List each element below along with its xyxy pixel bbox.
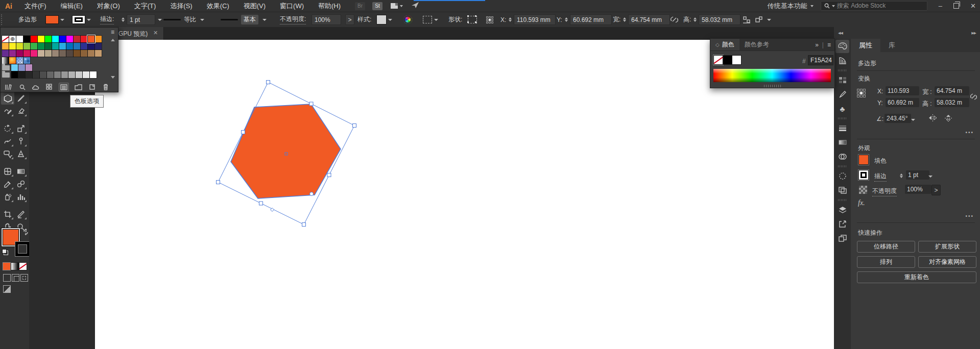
swatch[interactable] bbox=[66, 50, 73, 57]
color-group-folder-icon[interactable] bbox=[2, 65, 10, 70]
chevron-down-icon[interactable] bbox=[434, 19, 438, 23]
scrollbar[interactable] bbox=[109, 36, 117, 82]
swatches-panel-icon[interactable] bbox=[835, 73, 849, 87]
swatch[interactable] bbox=[11, 64, 18, 71]
x-field[interactable]: 110.593 mm bbox=[514, 14, 556, 25]
window-restore-button[interactable] bbox=[953, 3, 959, 9]
bridge-button[interactable]: Br bbox=[355, 2, 365, 10]
swatch[interactable] bbox=[16, 43, 23, 49]
gradient-swatch-icon[interactable] bbox=[835, 136, 849, 149]
more-options-icon[interactable]: ••• bbox=[965, 130, 974, 135]
paintbrush-tool[interactable] bbox=[14, 92, 28, 105]
opacity-options-button[interactable]: > bbox=[931, 185, 941, 195]
swatch[interactable] bbox=[88, 36, 94, 42]
swatch[interactable] bbox=[88, 50, 94, 57]
brushes-panel-icon[interactable] bbox=[835, 88, 849, 101]
opacity-field[interactable]: 100% bbox=[312, 14, 341, 25]
black-swatch[interactable] bbox=[724, 56, 732, 64]
width-field[interactable]: 64.754 m bbox=[935, 86, 969, 95]
eyedropper-tool[interactable] bbox=[1, 178, 14, 190]
swatch[interactable] bbox=[90, 71, 97, 78]
reference-point-icon[interactable] bbox=[857, 89, 866, 97]
expand-shape-button[interactable]: 扩展形状 bbox=[918, 241, 976, 253]
tab-color-guide[interactable]: 颜色参考 bbox=[739, 40, 774, 49]
constrain-proportions-icon[interactable] bbox=[969, 92, 978, 101]
mesh-tool[interactable] bbox=[1, 165, 14, 178]
screen-mode-icon[interactable] bbox=[3, 285, 11, 293]
blend-tool[interactable] bbox=[14, 178, 28, 190]
swatch-options-button[interactable] bbox=[59, 83, 69, 92]
width-stepper[interactable] bbox=[623, 16, 626, 23]
collapse-diamond-icon[interactable]: ◇ bbox=[715, 42, 720, 47]
swap-fill-stroke-icon[interactable] bbox=[22, 229, 29, 237]
recolor-button[interactable]: 重新着色 bbox=[857, 271, 976, 283]
opacity-label[interactable]: 不透明度: bbox=[280, 15, 306, 24]
swatch[interactable] bbox=[16, 50, 23, 57]
draw-inside-icon[interactable] bbox=[20, 274, 28, 282]
y-field[interactable]: 60.692 m bbox=[886, 98, 919, 107]
none-mode-button[interactable] bbox=[19, 263, 27, 270]
cloud-libraries-icon[interactable] bbox=[31, 83, 40, 91]
reference-point-icon[interactable] bbox=[486, 16, 493, 23]
tab-libraries[interactable]: 库 bbox=[880, 39, 903, 52]
scroll-up-icon[interactable] bbox=[111, 37, 115, 41]
default-colors-icon[interactable] bbox=[2, 249, 8, 255]
expand-dock-icon[interactable]: ▶▶ bbox=[971, 31, 976, 35]
menu-item[interactable]: 选择(S) bbox=[163, 0, 199, 12]
puppet-warp-tool[interactable] bbox=[14, 135, 28, 147]
height-field[interactable]: 58.032 m bbox=[935, 98, 969, 107]
swatch[interactable] bbox=[54, 71, 61, 78]
graphic-style-swatch[interactable] bbox=[377, 15, 386, 24]
symbol-sprayer-tool[interactable] bbox=[1, 190, 14, 203]
color-panel-icon[interactable] bbox=[835, 40, 849, 53]
swatch[interactable] bbox=[9, 50, 16, 57]
menu-item[interactable]: 效果(C) bbox=[200, 0, 236, 12]
swatch[interactable] bbox=[95, 50, 102, 57]
gradient-mode-button[interactable] bbox=[11, 263, 18, 270]
swatch[interactable] bbox=[26, 64, 32, 71]
menu-item[interactable]: 编辑(E) bbox=[54, 0, 90, 12]
fill-swatch[interactable] bbox=[859, 155, 868, 164]
shape-properties-icon[interactable] bbox=[468, 16, 477, 23]
swatch[interactable] bbox=[9, 36, 16, 42]
chevron-down-icon[interactable] bbox=[158, 19, 162, 23]
height-stepper[interactable] bbox=[694, 16, 697, 23]
slice-tool[interactable] bbox=[14, 208, 28, 220]
swatch[interactable] bbox=[95, 36, 102, 42]
layers-panel-icon[interactable] bbox=[835, 203, 849, 216]
gradient-panel-icon[interactable] bbox=[835, 54, 849, 67]
stock-button[interactable]: St bbox=[372, 2, 383, 10]
swatch[interactable] bbox=[38, 43, 44, 49]
swatch[interactable] bbox=[74, 36, 80, 42]
gradient-tool[interactable] bbox=[14, 165, 28, 178]
new-color-group-icon[interactable] bbox=[74, 83, 83, 91]
swatch[interactable] bbox=[40, 71, 46, 78]
swatch[interactable] bbox=[47, 71, 54, 78]
y-stepper[interactable] bbox=[565, 16, 568, 23]
stroke-swatch[interactable] bbox=[859, 170, 868, 180]
menu-item[interactable]: 文字(T) bbox=[127, 0, 163, 12]
swatch[interactable] bbox=[52, 43, 59, 49]
swatch-kinds-icon[interactable] bbox=[45, 83, 54, 91]
swatch[interactable] bbox=[2, 36, 9, 42]
transparency-panel-icon[interactable] bbox=[835, 150, 849, 163]
swatch[interactable] bbox=[52, 50, 59, 57]
opacity-mask-icon[interactable] bbox=[835, 169, 849, 183]
flip-horizontal-icon[interactable] bbox=[928, 114, 937, 121]
flip-vertical-icon[interactable] bbox=[945, 114, 952, 122]
polygon-tool[interactable] bbox=[1, 92, 14, 105]
swatch[interactable] bbox=[66, 36, 73, 42]
swatch[interactable] bbox=[68, 71, 75, 78]
y-field[interactable]: 60.692 mm bbox=[570, 14, 612, 25]
swatch-libraries-icon[interactable] bbox=[4, 83, 13, 91]
swatch[interactable] bbox=[74, 43, 80, 49]
stroke-label[interactable]: 描边: bbox=[100, 15, 114, 24]
panel-grip[interactable] bbox=[1, 14, 4, 25]
shaper-tool[interactable] bbox=[1, 105, 14, 117]
swatch[interactable] bbox=[11, 71, 18, 78]
swatch[interactable] bbox=[2, 43, 9, 49]
gradient-swatch[interactable] bbox=[2, 57, 9, 64]
color-spectrum[interactable] bbox=[713, 69, 831, 82]
window-minimize-button[interactable]: – bbox=[939, 2, 942, 10]
none-swatch[interactable] bbox=[714, 56, 723, 64]
